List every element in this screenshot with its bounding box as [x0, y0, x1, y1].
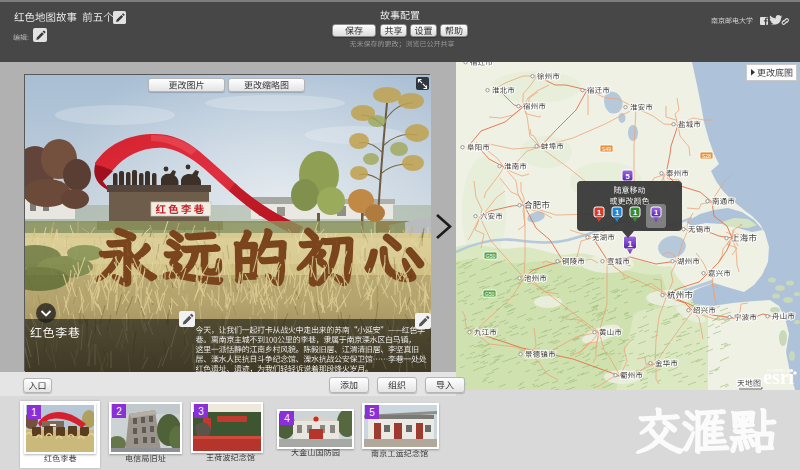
svg-text:5: 5 — [369, 407, 375, 418]
svg-text:5: 5 — [625, 172, 629, 181]
svg-text:G50: G50 — [485, 291, 495, 297]
svg-text:1: 1 — [654, 208, 658, 217]
svg-text:3: 3 — [198, 406, 204, 417]
svg-text:4: 4 — [284, 413, 290, 424]
svg-text:1: 1 — [627, 239, 632, 249]
svg-text:1: 1 — [597, 208, 601, 217]
svg-text:1: 1 — [615, 208, 619, 217]
svg-text:G50: G50 — [486, 253, 496, 259]
svg-text:2: 2 — [116, 406, 122, 417]
svg-text:1: 1 — [633, 208, 637, 217]
svg-text:esri: esri — [763, 366, 795, 388]
svg-text:1: 1 — [31, 407, 37, 418]
svg-text:S49: S49 — [602, 146, 611, 152]
svg-text:S28: S28 — [702, 153, 711, 159]
